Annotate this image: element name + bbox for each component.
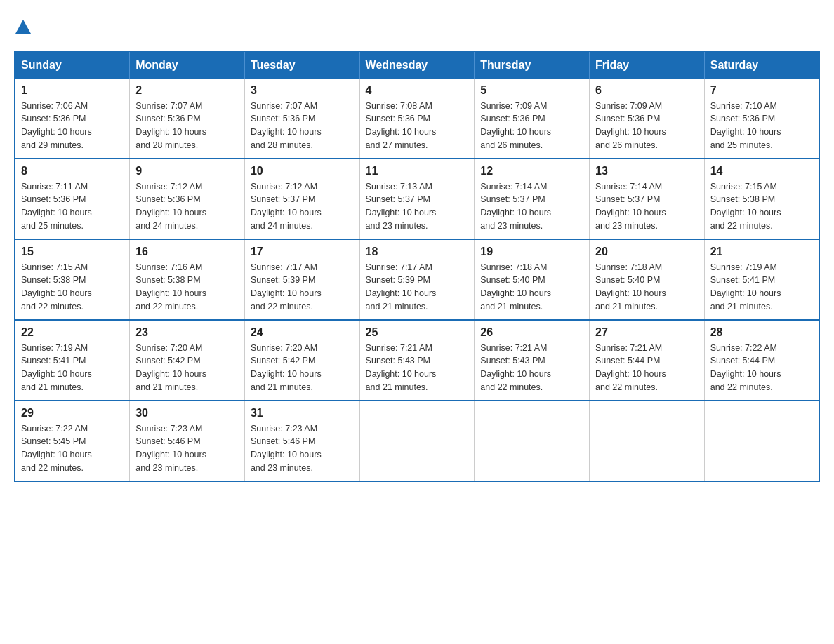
logo — [14, 14, 31, 36]
day-info: Sunrise: 7:13 AMSunset: 5:37 PMDaylight:… — [366, 182, 437, 231]
calendar-cell: 9 Sunrise: 7:12 AMSunset: 5:36 PMDayligh… — [130, 159, 245, 239]
weekday-header-row: SundayMondayTuesdayWednesdayThursdayFrid… — [15, 51, 819, 79]
calendar-week-row-1: 1 Sunrise: 7:06 AMSunset: 5:36 PMDayligh… — [15, 79, 819, 159]
day-number: 2 — [135, 84, 239, 97]
day-info: Sunrise: 7:11 AMSunset: 5:36 PMDaylight:… — [21, 182, 92, 231]
day-info: Sunrise: 7:09 AMSunset: 5:36 PMDaylight:… — [480, 101, 551, 150]
logo-triangle-icon — [15, 20, 31, 36]
day-number: 22 — [21, 326, 124, 339]
day-info: Sunrise: 7:19 AMSunset: 5:41 PMDaylight:… — [21, 343, 92, 392]
calendar-cell: 7 Sunrise: 7:10 AMSunset: 5:36 PMDayligh… — [704, 79, 819, 159]
day-number: 28 — [710, 326, 813, 339]
day-info: Sunrise: 7:22 AMSunset: 5:45 PMDaylight:… — [21, 424, 92, 473]
day-number: 10 — [251, 165, 354, 177]
calendar-cell: 26 Sunrise: 7:21 AMSunset: 5:43 PMDaylig… — [475, 320, 590, 401]
calendar-cell — [359, 401, 475, 481]
day-number: 29 — [21, 407, 124, 420]
day-number: 1 — [21, 84, 124, 97]
day-number: 18 — [366, 246, 469, 258]
calendar-cell: 12 Sunrise: 7:14 AMSunset: 5:37 PMDaylig… — [475, 159, 590, 239]
calendar-cell: 19 Sunrise: 7:18 AMSunset: 5:40 PMDaylig… — [475, 239, 590, 320]
day-number: 14 — [710, 165, 813, 177]
day-number: 16 — [135, 246, 239, 258]
calendar-cell: 14 Sunrise: 7:15 AMSunset: 5:38 PMDaylig… — [704, 159, 819, 239]
calendar-cell: 27 Sunrise: 7:21 AMSunset: 5:44 PMDaylig… — [590, 320, 705, 401]
day-number: 19 — [480, 246, 583, 258]
calendar-cell: 3 Sunrise: 7:07 AMSunset: 5:36 PMDayligh… — [244, 79, 359, 159]
day-number: 3 — [251, 84, 354, 97]
calendar-cell: 16 Sunrise: 7:16 AMSunset: 5:38 PMDaylig… — [130, 239, 245, 320]
calendar-week-row-5: 29 Sunrise: 7:22 AMSunset: 5:45 PMDaylig… — [15, 401, 819, 481]
calendar-cell: 22 Sunrise: 7:19 AMSunset: 5:41 PMDaylig… — [15, 320, 130, 401]
calendar-cell: 25 Sunrise: 7:21 AMSunset: 5:43 PMDaylig… — [359, 320, 475, 401]
calendar-cell: 24 Sunrise: 7:20 AMSunset: 5:42 PMDaylig… — [244, 320, 359, 401]
day-info: Sunrise: 7:23 AMSunset: 5:46 PMDaylight:… — [251, 424, 322, 473]
calendar-cell — [475, 401, 590, 481]
day-info: Sunrise: 7:14 AMSunset: 5:37 PMDaylight:… — [595, 182, 666, 231]
day-info: Sunrise: 7:19 AMSunset: 5:41 PMDaylight:… — [710, 262, 781, 311]
day-info: Sunrise: 7:21 AMSunset: 5:43 PMDaylight:… — [366, 343, 437, 392]
day-number: 15 — [21, 246, 124, 258]
day-info: Sunrise: 7:18 AMSunset: 5:40 PMDaylight:… — [595, 262, 666, 311]
calendar-cell: 5 Sunrise: 7:09 AMSunset: 5:36 PMDayligh… — [475, 79, 590, 159]
calendar-week-row-4: 22 Sunrise: 7:19 AMSunset: 5:41 PMDaylig… — [15, 320, 819, 401]
calendar-cell — [704, 401, 819, 481]
weekday-header-saturday: Saturday — [704, 51, 819, 79]
day-number: 12 — [480, 165, 583, 177]
day-number: 8 — [21, 165, 124, 177]
calendar-cell: 28 Sunrise: 7:22 AMSunset: 5:44 PMDaylig… — [704, 320, 819, 401]
day-number: 5 — [480, 84, 583, 97]
calendar-cell: 8 Sunrise: 7:11 AMSunset: 5:36 PMDayligh… — [15, 159, 130, 239]
day-number: 25 — [366, 326, 469, 339]
weekday-header-thursday: Thursday — [475, 51, 590, 79]
day-info: Sunrise: 7:20 AMSunset: 5:42 PMDaylight:… — [251, 343, 322, 392]
day-number: 31 — [251, 407, 354, 420]
weekday-header-wednesday: Wednesday — [359, 51, 475, 79]
calendar-cell: 15 Sunrise: 7:15 AMSunset: 5:38 PMDaylig… — [15, 239, 130, 320]
day-info: Sunrise: 7:12 AMSunset: 5:36 PMDaylight:… — [135, 182, 206, 231]
day-info: Sunrise: 7:22 AMSunset: 5:44 PMDaylight:… — [710, 343, 781, 392]
day-number: 23 — [135, 326, 239, 339]
day-info: Sunrise: 7:15 AMSunset: 5:38 PMDaylight:… — [710, 182, 781, 231]
calendar-cell: 6 Sunrise: 7:09 AMSunset: 5:36 PMDayligh… — [590, 79, 705, 159]
day-info: Sunrise: 7:10 AMSunset: 5:36 PMDaylight:… — [710, 101, 781, 150]
day-number: 21 — [710, 246, 813, 258]
weekday-header-monday: Monday — [130, 51, 245, 79]
calendar-cell: 30 Sunrise: 7:23 AMSunset: 5:46 PMDaylig… — [130, 401, 245, 481]
day-info: Sunrise: 7:16 AMSunset: 5:38 PMDaylight:… — [135, 262, 206, 311]
day-number: 30 — [135, 407, 239, 420]
calendar-table: SundayMondayTuesdayWednesdayThursdayFrid… — [14, 51, 820, 482]
day-number: 6 — [595, 84, 699, 97]
calendar-cell: 18 Sunrise: 7:17 AMSunset: 5:39 PMDaylig… — [359, 239, 475, 320]
day-info: Sunrise: 7:21 AMSunset: 5:43 PMDaylight:… — [480, 343, 551, 392]
day-number: 24 — [251, 326, 354, 339]
day-info: Sunrise: 7:07 AMSunset: 5:36 PMDaylight:… — [135, 101, 206, 150]
day-info: Sunrise: 7:17 AMSunset: 5:39 PMDaylight:… — [251, 262, 322, 311]
page-header — [14, 14, 820, 36]
day-number: 11 — [366, 165, 469, 177]
svg-marker-0 — [15, 20, 31, 34]
calendar-cell: 11 Sunrise: 7:13 AMSunset: 5:37 PMDaylig… — [359, 159, 475, 239]
day-info: Sunrise: 7:06 AMSunset: 5:36 PMDaylight:… — [21, 101, 92, 150]
calendar-cell: 20 Sunrise: 7:18 AMSunset: 5:40 PMDaylig… — [590, 239, 705, 320]
calendar-cell: 13 Sunrise: 7:14 AMSunset: 5:37 PMDaylig… — [590, 159, 705, 239]
calendar-cell: 23 Sunrise: 7:20 AMSunset: 5:42 PMDaylig… — [130, 320, 245, 401]
calendar-cell: 4 Sunrise: 7:08 AMSunset: 5:36 PMDayligh… — [359, 79, 475, 159]
day-info: Sunrise: 7:20 AMSunset: 5:42 PMDaylight:… — [135, 343, 206, 392]
weekday-header-tuesday: Tuesday — [244, 51, 359, 79]
day-info: Sunrise: 7:21 AMSunset: 5:44 PMDaylight:… — [595, 343, 666, 392]
day-number: 27 — [595, 326, 699, 339]
day-info: Sunrise: 7:18 AMSunset: 5:40 PMDaylight:… — [480, 262, 551, 311]
weekday-header-friday: Friday — [590, 51, 705, 79]
day-info: Sunrise: 7:09 AMSunset: 5:36 PMDaylight:… — [595, 101, 666, 150]
day-info: Sunrise: 7:14 AMSunset: 5:37 PMDaylight:… — [480, 182, 551, 231]
day-number: 7 — [710, 84, 813, 97]
calendar-cell — [590, 401, 705, 481]
calendar-week-row-3: 15 Sunrise: 7:15 AMSunset: 5:38 PMDaylig… — [15, 239, 819, 320]
calendar-cell: 29 Sunrise: 7:22 AMSunset: 5:45 PMDaylig… — [15, 401, 130, 481]
day-info: Sunrise: 7:15 AMSunset: 5:38 PMDaylight:… — [21, 262, 92, 311]
day-info: Sunrise: 7:17 AMSunset: 5:39 PMDaylight:… — [366, 262, 437, 311]
calendar-cell: 1 Sunrise: 7:06 AMSunset: 5:36 PMDayligh… — [15, 79, 130, 159]
day-info: Sunrise: 7:08 AMSunset: 5:36 PMDaylight:… — [366, 101, 437, 150]
day-number: 4 — [366, 84, 469, 97]
